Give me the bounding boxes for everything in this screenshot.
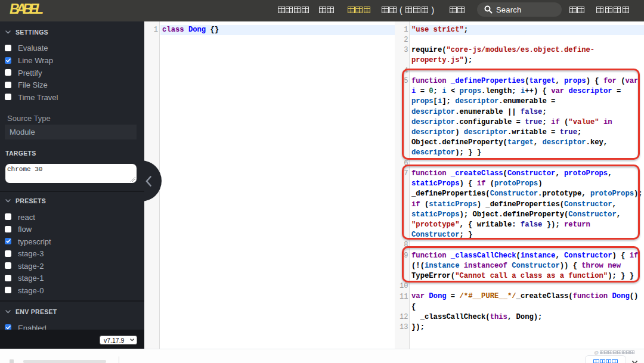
svg-text:BABEL: BABEL: [10, 1, 44, 17]
